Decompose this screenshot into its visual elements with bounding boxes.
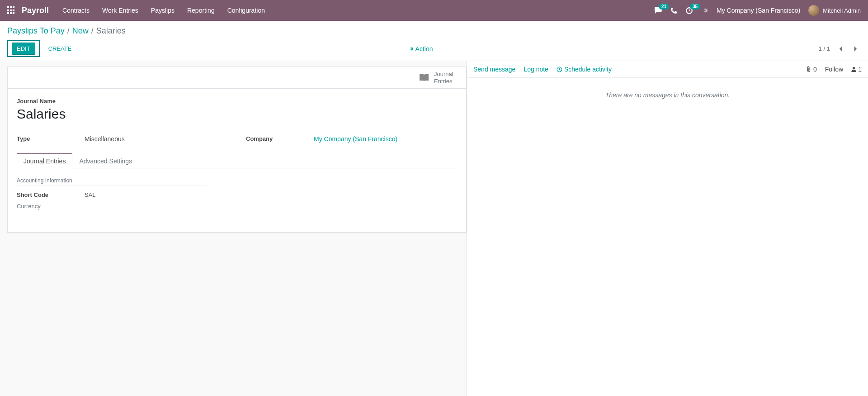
create-button[interactable]: CREATE [43, 43, 77, 55]
action-dropdown[interactable]: Action [408, 45, 433, 52]
journal-entries-stat-button[interactable]: Journal Entries [412, 67, 466, 88]
section-accounting-info: Accounting Information [17, 177, 207, 186]
gear-icon [408, 46, 414, 52]
nav-item-reporting[interactable]: Reporting [187, 7, 215, 14]
book-icon [419, 73, 429, 83]
apps-menu-icon[interactable] [7, 6, 15, 14]
pager-value: 1 / 1 [819, 45, 830, 52]
nav-item-payslips[interactable]: Payslips [151, 7, 175, 14]
breadcrumb: Payslips To Pay / New / Salaries [7, 26, 861, 36]
send-message-button[interactable]: Send message [473, 66, 515, 73]
top-navbar: Payroll Contracts Work Entries Payslips … [0, 0, 868, 21]
company-selector[interactable]: My Company (San Francisco) [717, 7, 800, 14]
nav-item-work-entries[interactable]: Work Entries [102, 7, 138, 14]
paperclip-icon [806, 66, 811, 72]
currency-label: Currency [17, 203, 85, 210]
short-code-value: SAL [85, 191, 96, 198]
form-sheet: Journal Entries Journal Name Salaries Ty… [7, 67, 467, 233]
followers-button[interactable]: 1 [851, 66, 862, 73]
pager: 1 / 1 [819, 45, 861, 53]
control-panel: Payslips To Pay / New / Salaries EDIT CR… [0, 21, 868, 61]
breadcrumb-sep: / [67, 26, 70, 36]
followers-count: 1 [858, 66, 862, 73]
type-value: Miscellaneous [85, 135, 228, 143]
attachments-button[interactable]: 0 [806, 66, 817, 73]
attachments-count: 0 [813, 66, 817, 73]
log-note-button[interactable]: Log note [524, 66, 548, 73]
stat-label-2: Entries [434, 78, 452, 85]
edit-button[interactable]: EDIT [12, 43, 35, 55]
breadcrumb-sep: / [91, 26, 94, 36]
user-menu[interactable]: Mitchell Admin [808, 5, 861, 16]
follow-button[interactable]: Follow [825, 66, 843, 73]
breadcrumb-new[interactable]: New [72, 26, 89, 36]
type-label: Type [17, 135, 85, 143]
schedule-activity-label: Schedule activity [564, 66, 612, 73]
tab-journal-entries[interactable]: Journal Entries [17, 153, 72, 168]
app-brand[interactable]: Payroll [22, 6, 49, 15]
avatar-icon [808, 5, 819, 16]
schedule-activity-button[interactable]: Schedule activity [557, 66, 612, 73]
nav-item-contracts[interactable]: Contracts [62, 7, 90, 14]
messages-badge: 21 [659, 4, 669, 10]
messages-icon[interactable]: 21 [654, 7, 662, 14]
chatter-empty-text: There are no messages in this conversati… [467, 78, 868, 112]
action-label: Action [415, 45, 433, 52]
company-value[interactable]: My Company (San Francisco) [314, 135, 457, 143]
company-label: Company [246, 135, 314, 143]
pager-next[interactable] [851, 45, 861, 53]
stat-label-1: Journal [434, 71, 453, 77]
nav-item-configuration[interactable]: Configuration [227, 7, 265, 14]
breadcrumb-payslips[interactable]: Payslips To Pay [7, 26, 65, 36]
activities-icon[interactable]: 35 [685, 7, 693, 14]
chatter-panel: Send message Log note Schedule activity … [467, 61, 868, 396]
tabs: Journal Entries Advanced Settings [17, 153, 457, 168]
breadcrumb-current: Salaries [96, 26, 126, 36]
clock-icon [557, 67, 562, 72]
journal-name-value: Salaries [17, 106, 457, 122]
short-code-label: Short Code [17, 191, 85, 198]
user-icon [851, 67, 856, 72]
tab-advanced-settings[interactable]: Advanced Settings [72, 153, 139, 168]
user-name: Mitchell Admin [823, 7, 861, 14]
pager-prev[interactable] [835, 45, 845, 53]
activities-badge: 35 [690, 4, 700, 10]
journal-name-label: Journal Name [17, 98, 457, 105]
phone-icon[interactable] [670, 7, 677, 14]
debug-icon[interactable] [701, 7, 708, 14]
nav-menu: Contracts Work Entries Payslips Reportin… [62, 7, 265, 14]
